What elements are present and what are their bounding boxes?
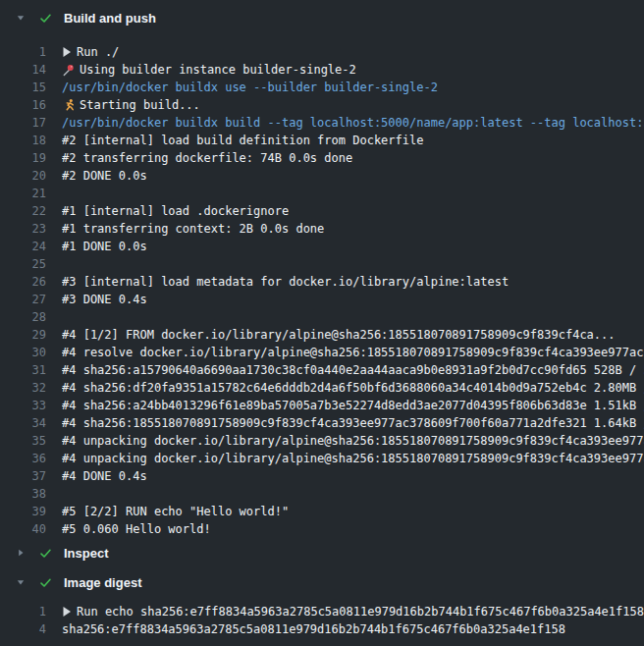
log-line: 40 #5 0.060 Hello world! (0, 520, 644, 538)
line-number[interactable]: 14 (0, 61, 46, 79)
log-line: 25 (0, 255, 644, 273)
log-message: #1 [internal] load .dockerignore (62, 202, 289, 220)
line-number[interactable]: 28 (0, 308, 46, 326)
line-number[interactable]: 22 (0, 202, 46, 220)
log-text: #4 unpacking docker.io/library/alpine@sh… (62, 432, 644, 450)
line-number[interactable]: 35 (0, 432, 46, 450)
play-icon[interactable] (62, 606, 72, 618)
step-title: Build and push (64, 11, 156, 26)
line-number[interactable]: 1 (0, 603, 46, 620)
step-title: Inspect (64, 546, 109, 561)
log-line: 15 /usr/bin/docker buildx use --builder … (0, 79, 644, 96)
line-number[interactable]: 25 (0, 255, 46, 273)
log-text (62, 485, 644, 503)
line-number[interactable]: 24 (0, 238, 46, 255)
log-line: 17 /usr/bin/docker buildx build --tag lo… (0, 114, 644, 132)
line-number[interactable]: 29 (0, 326, 46, 344)
log-text: Using builder instance builder-single-2 (62, 61, 644, 79)
line-number[interactable]: 37 (0, 467, 46, 485)
log-text: #1 DONE 0.0s (62, 238, 644, 255)
log-message: #1 DONE 0.0s (62, 238, 147, 255)
log-text: sha256:e7ff8834a5963a2785c5a0811e979d16b… (62, 620, 644, 638)
log-text: #2 transferring dockerfile: 74B 0.0s don… (62, 149, 644, 167)
log-message: Run echo sha256:e7ff8834a5963a2785c5a081… (77, 603, 644, 620)
check-icon (39, 547, 52, 560)
log-line: 36 #4 unpacking docker.io/library/alpine… (0, 450, 644, 467)
log-text: #4 resolve docker.io/library/alpine@sha2… (62, 344, 644, 361)
log-line: 38 (0, 485, 644, 503)
line-number[interactable]: 38 (0, 485, 46, 503)
log-line: 31 #4 sha256:a15790640a6690aa1730c38cf0a… (0, 361, 644, 379)
log-text: /usr/bin/docker buildx build --tag local… (62, 114, 644, 132)
log-line: 39 #5 [2/2] RUN echo "Hello world!" (0, 503, 644, 520)
line-number[interactable]: 15 (0, 79, 46, 96)
chevron-down-icon[interactable] (16, 13, 26, 23)
log-text: Starting build... (62, 96, 644, 114)
log-lines: 1 Run ./ 14 (0, 43, 644, 538)
log-message: Starting build... (80, 96, 200, 114)
log-line: 1 Run echo sha256:e7ff8834a5963a2785c5a0… (0, 603, 644, 620)
line-number[interactable]: 1 (0, 43, 46, 61)
log-text: #4 sha256:a15790640a6690aa1730c38cf0a440… (62, 361, 644, 379)
log-message: #4 DONE 0.4s (62, 467, 147, 485)
line-number[interactable]: 40 (0, 520, 46, 538)
log-message: #2 DONE 0.0s (62, 167, 147, 185)
log-line: 30 #4 resolve docker.io/library/alpine@s… (0, 344, 644, 361)
line-number[interactable]: 33 (0, 397, 46, 414)
log-line: 26 #3 [internal] load metadata for docke… (0, 273, 644, 291)
log-text (62, 185, 644, 202)
log-message: #3 [internal] load metadata for docker.i… (62, 273, 509, 291)
log-line: 32 #4 sha256:df20fa9351a15782c64e6dddb2d… (0, 379, 644, 397)
log-text: Run echo sha256:e7ff8834a5963a2785c5a081… (62, 603, 644, 620)
log-line: 18 #2 [internal] load build definition f… (0, 132, 644, 149)
log-text: #2 [internal] load build definition from… (62, 132, 644, 149)
line-number[interactable]: 36 (0, 450, 46, 467)
log-text: #1 transferring context: 2B 0.0s done (62, 220, 644, 238)
log-line: 34 #4 sha256:185518070891758909c9f839cf4… (0, 414, 644, 432)
line-number[interactable]: 26 (0, 273, 46, 291)
step-header[interactable]: Build and push (0, 7, 644, 28)
line-number[interactable]: 20 (0, 167, 46, 185)
log-text: #5 0.060 Hello world! (62, 520, 644, 538)
step-header[interactable]: Image digest (0, 571, 644, 593)
step-header[interactable]: Inspect (0, 542, 644, 564)
line-number[interactable]: 16 (0, 96, 46, 114)
log-section: Image digest 1 Run echo sha256:e7ff8834 (0, 571, 644, 638)
log-section: Build and push 1 Run ./ 14 (0, 7, 644, 538)
log-text: #3 [internal] load metadata for docker.i… (62, 273, 644, 291)
check-icon (39, 576, 52, 589)
line-number[interactable]: 23 (0, 220, 46, 238)
check-icon (39, 12, 52, 25)
log-text: Run ./ (62, 43, 644, 61)
play-icon[interactable] (62, 46, 72, 58)
runner-icon (62, 98, 76, 112)
line-number[interactable]: 32 (0, 379, 46, 397)
log-line: 27 #3 DONE 0.4s (0, 291, 644, 308)
log-text: #1 [internal] load .dockerignore (62, 202, 644, 220)
line-number[interactable]: 30 (0, 344, 46, 361)
log-message: #3 DONE 0.4s (62, 291, 147, 308)
log-message: Run ./ (77, 43, 119, 61)
chevron-down-icon[interactable] (16, 577, 26, 587)
line-number[interactable]: 21 (0, 185, 46, 202)
workflow-log-viewer: Build and push 1 Run ./ 14 (0, 0, 644, 638)
log-message: sha256:e7ff8834a5963a2785c5a0811e979d16b… (62, 620, 565, 638)
step-title: Image digest (64, 575, 141, 590)
line-number[interactable]: 4 (0, 620, 46, 638)
line-number[interactable]: 18 (0, 132, 46, 149)
line-number[interactable]: 34 (0, 414, 46, 432)
log-message: #1 transferring context: 2B 0.0s done (62, 220, 324, 238)
line-number[interactable]: 17 (0, 114, 46, 132)
log-text: #4 unpacking docker.io/library/alpine@sh… (62, 450, 644, 467)
log-text (62, 308, 644, 326)
chevron-right-icon[interactable] (16, 548, 26, 558)
log-message: #2 transferring dockerfile: 74B 0.0s don… (62, 149, 352, 167)
line-number[interactable]: 39 (0, 503, 46, 520)
line-number[interactable]: 31 (0, 361, 46, 379)
line-number[interactable]: 19 (0, 149, 46, 167)
log-message: /usr/bin/docker buildx build --tag local… (62, 114, 644, 132)
log-message: #4 sha256:185518070891758909c9f839cf4ca3… (62, 414, 644, 432)
log-line: 33 #4 sha256:a24bb4013296f61e89ba57005a7… (0, 397, 644, 414)
line-number[interactable]: 27 (0, 291, 46, 308)
log-line: 20 #2 DONE 0.0s (0, 167, 644, 185)
